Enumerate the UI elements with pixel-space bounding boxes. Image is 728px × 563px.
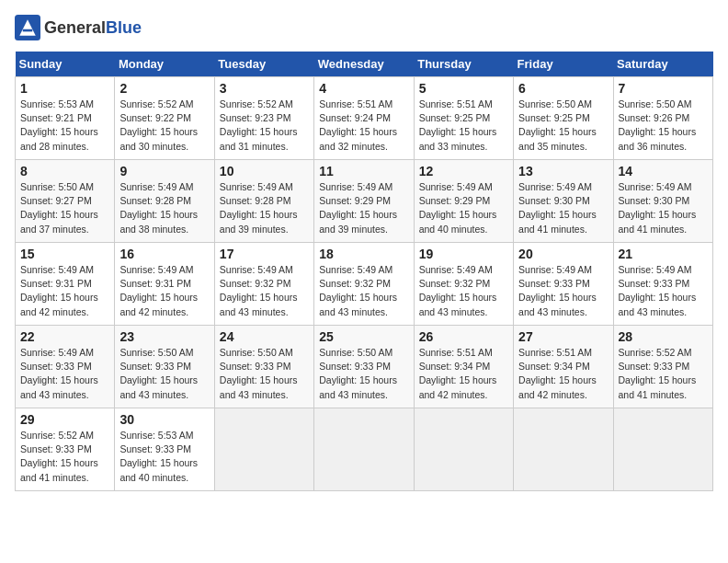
generalblue-logo-icon: [15, 15, 40, 40]
day-number: 24: [220, 329, 309, 344]
calendar-day: [214, 408, 313, 491]
logo-general-text: General: [44, 18, 106, 37]
calendar-day: 26Sunrise: 5:51 AMSunset: 9:34 PMDayligh…: [414, 326, 513, 408]
day-info: Sunrise: 5:51 AMSunset: 9:34 PMDaylight:…: [419, 347, 497, 400]
day-number: 4: [319, 81, 408, 96]
day-number: 23: [119, 329, 209, 344]
calendar-day: 12Sunrise: 5:49 AMSunset: 9:29 PMDayligh…: [414, 160, 513, 243]
day-info: Sunrise: 5:49 AMSunset: 9:30 PMDaylight:…: [619, 181, 697, 235]
logo-blue-text: Blue: [106, 18, 142, 37]
weekday-header-friday: Friday: [514, 52, 613, 77]
day-info: Sunrise: 5:50 AMSunset: 9:26 PMDaylight:…: [619, 98, 697, 152]
calendar-day: [414, 408, 513, 491]
calendar-day: 23Sunrise: 5:50 AMSunset: 9:33 PMDayligh…: [115, 326, 214, 408]
calendar-day: 2Sunrise: 5:52 AMSunset: 9:22 PMDaylight…: [115, 77, 214, 160]
day-info: Sunrise: 5:50 AMSunset: 9:33 PMDaylight:…: [119, 347, 198, 400]
weekday-header-wednesday: Wednesday: [314, 52, 414, 77]
weekday-header-thursday: Thursday: [414, 52, 513, 77]
calendar-day: 5Sunrise: 5:51 AMSunset: 9:25 PMDaylight…: [414, 77, 513, 160]
calendar-day: 9Sunrise: 5:49 AMSunset: 9:28 PMDaylight…: [115, 160, 214, 243]
weekday-header-tuesday: Tuesday: [214, 52, 313, 77]
calendar-day: 1Sunrise: 5:53 AMSunset: 9:21 PMDaylight…: [16, 77, 115, 160]
day-info: Sunrise: 5:49 AMSunset: 9:28 PMDaylight:…: [220, 181, 298, 235]
weekday-header-sunday: Sunday: [16, 52, 115, 77]
day-number: 5: [419, 81, 508, 96]
day-info: Sunrise: 5:52 AMSunset: 9:22 PMDaylight:…: [119, 98, 198, 152]
day-number: 3: [220, 81, 309, 96]
day-number: 16: [119, 247, 209, 261]
day-info: Sunrise: 5:49 AMSunset: 9:31 PMDaylight:…: [20, 264, 98, 317]
day-info: Sunrise: 5:49 AMSunset: 9:29 PMDaylight:…: [319, 181, 397, 235]
day-number: 9: [119, 164, 209, 178]
calendar-day: 3Sunrise: 5:52 AMSunset: 9:23 PMDaylight…: [214, 77, 313, 160]
week-row-5: 29Sunrise: 5:52 AMSunset: 9:33 PMDayligh…: [16, 408, 713, 491]
weekday-header-monday: Monday: [115, 52, 214, 77]
calendar-day: 24Sunrise: 5:50 AMSunset: 9:33 PMDayligh…: [214, 326, 313, 408]
day-info: Sunrise: 5:49 AMSunset: 9:32 PMDaylight:…: [319, 264, 397, 317]
day-number: 25: [319, 329, 408, 344]
calendar-day: 25Sunrise: 5:50 AMSunset: 9:33 PMDayligh…: [314, 326, 414, 408]
calendar-day: [613, 408, 712, 491]
day-info: Sunrise: 5:49 AMSunset: 9:28 PMDaylight:…: [119, 181, 198, 235]
day-number: 1: [20, 81, 109, 96]
day-number: 12: [419, 164, 508, 178]
week-row-2: 8Sunrise: 5:50 AMSunset: 9:27 PMDaylight…: [16, 160, 713, 243]
calendar-day: 28Sunrise: 5:52 AMSunset: 9:33 PMDayligh…: [613, 326, 712, 408]
day-number: 17: [220, 247, 309, 261]
calendar-day: 29Sunrise: 5:52 AMSunset: 9:33 PMDayligh…: [16, 408, 115, 491]
day-info: Sunrise: 5:49 AMSunset: 9:31 PMDaylight:…: [119, 264, 198, 317]
day-info: Sunrise: 5:49 AMSunset: 9:30 PMDaylight:…: [518, 181, 597, 235]
day-number: 15: [20, 247, 109, 261]
day-info: Sunrise: 5:49 AMSunset: 9:33 PMDaylight:…: [619, 264, 697, 317]
calendar-day: 16Sunrise: 5:49 AMSunset: 9:31 PMDayligh…: [115, 243, 214, 326]
day-number: 6: [518, 81, 608, 96]
day-number: 13: [518, 164, 608, 178]
calendar-day: 13Sunrise: 5:49 AMSunset: 9:30 PMDayligh…: [514, 160, 613, 243]
day-number: 29: [20, 412, 109, 427]
day-number: 8: [20, 164, 109, 178]
day-info: Sunrise: 5:49 AMSunset: 9:32 PMDaylight:…: [419, 264, 497, 317]
day-number: 7: [619, 81, 708, 96]
week-row-4: 22Sunrise: 5:49 AMSunset: 9:33 PMDayligh…: [16, 326, 713, 408]
day-number: 14: [619, 164, 708, 178]
calendar-day: 7Sunrise: 5:50 AMSunset: 9:26 PMDaylight…: [613, 77, 712, 160]
day-info: Sunrise: 5:51 AMSunset: 9:24 PMDaylight:…: [319, 98, 397, 152]
week-row-3: 15Sunrise: 5:49 AMSunset: 9:31 PMDayligh…: [16, 243, 713, 326]
calendar-day: 14Sunrise: 5:49 AMSunset: 9:30 PMDayligh…: [613, 160, 712, 243]
day-number: 11: [319, 164, 408, 178]
day-info: Sunrise: 5:50 AMSunset: 9:25 PMDaylight:…: [518, 98, 597, 152]
weekday-header-saturday: Saturday: [613, 52, 712, 77]
calendar-day: 19Sunrise: 5:49 AMSunset: 9:32 PMDayligh…: [414, 243, 513, 326]
calendar-day: 8Sunrise: 5:50 AMSunset: 9:27 PMDaylight…: [16, 160, 115, 243]
day-number: 18: [319, 247, 408, 261]
calendar-day: 18Sunrise: 5:49 AMSunset: 9:32 PMDayligh…: [314, 243, 414, 326]
calendar-day: 30Sunrise: 5:53 AMSunset: 9:33 PMDayligh…: [115, 408, 214, 491]
day-number: 20: [518, 247, 608, 261]
calendar-day: 27Sunrise: 5:51 AMSunset: 9:34 PMDayligh…: [514, 326, 613, 408]
day-info: Sunrise: 5:49 AMSunset: 9:32 PMDaylight:…: [220, 264, 298, 317]
day-number: 2: [119, 81, 209, 96]
day-number: 27: [518, 329, 608, 344]
day-info: Sunrise: 5:51 AMSunset: 9:34 PMDaylight:…: [518, 347, 597, 400]
day-info: Sunrise: 5:52 AMSunset: 9:33 PMDaylight:…: [20, 430, 98, 483]
day-info: Sunrise: 5:50 AMSunset: 9:27 PMDaylight:…: [20, 181, 98, 235]
day-number: 21: [619, 247, 708, 261]
calendar-day: 15Sunrise: 5:49 AMSunset: 9:31 PMDayligh…: [16, 243, 115, 326]
logo: GeneralBlue: [15, 15, 142, 40]
calendar-day: 21Sunrise: 5:49 AMSunset: 9:33 PMDayligh…: [613, 243, 712, 326]
calendar-day: 11Sunrise: 5:49 AMSunset: 9:29 PMDayligh…: [314, 160, 414, 243]
day-info: Sunrise: 5:49 AMSunset: 9:33 PMDaylight:…: [20, 347, 98, 400]
day-number: 22: [20, 329, 109, 344]
calendar-day: [314, 408, 414, 491]
day-info: Sunrise: 5:51 AMSunset: 9:25 PMDaylight:…: [419, 98, 497, 152]
day-info: Sunrise: 5:50 AMSunset: 9:33 PMDaylight:…: [220, 347, 298, 400]
day-number: 10: [220, 164, 309, 178]
day-number: 19: [419, 247, 508, 261]
page-header: GeneralBlue: [15, 15, 713, 40]
day-info: Sunrise: 5:52 AMSunset: 9:23 PMDaylight:…: [220, 98, 298, 152]
calendar-day: 4Sunrise: 5:51 AMSunset: 9:24 PMDaylight…: [314, 77, 414, 160]
svg-rect-2: [23, 29, 33, 32]
calendar-day: 6Sunrise: 5:50 AMSunset: 9:25 PMDaylight…: [514, 77, 613, 160]
day-info: Sunrise: 5:53 AMSunset: 9:33 PMDaylight:…: [119, 430, 198, 483]
calendar-day: 10Sunrise: 5:49 AMSunset: 9:28 PMDayligh…: [214, 160, 313, 243]
